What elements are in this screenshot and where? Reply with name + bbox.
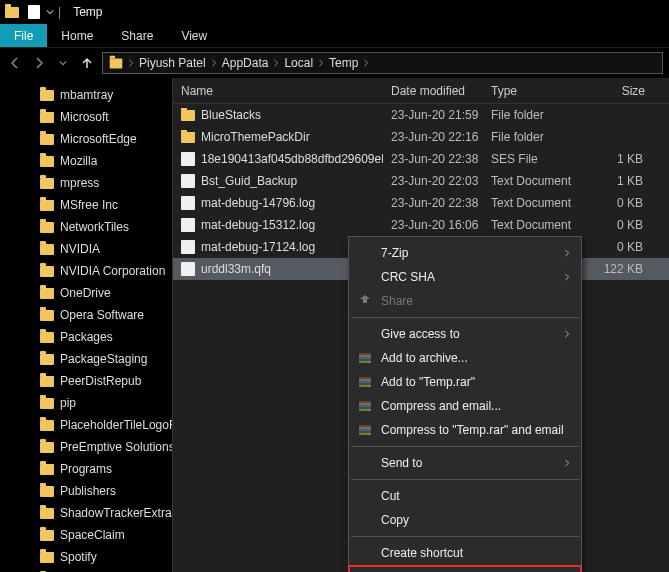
menu-item[interactable]: Compress to "Temp.rar" and email	[349, 418, 581, 442]
sidebar-item-label: NVIDIA Corporation	[60, 264, 165, 278]
menu-item-label: Send to	[381, 456, 571, 470]
breadcrumb-root-icon[interactable]	[107, 58, 125, 69]
back-button[interactable]	[6, 54, 24, 72]
forward-button[interactable]	[30, 54, 48, 72]
breadcrumb-seg[interactable]: Piyush Patel	[137, 56, 208, 70]
sidebar-item[interactable]: Mozilla	[0, 150, 172, 172]
folder-icon	[40, 508, 54, 519]
cell-size: 0 KB	[593, 240, 653, 254]
chevron-right-icon	[563, 330, 571, 338]
column-size[interactable]: Size	[593, 84, 653, 98]
table-row[interactable]: MicroThemePackDir23-Jun-20 22:16File fol…	[173, 126, 669, 148]
sidebar-item[interactable]: Programs	[0, 458, 172, 480]
titlebar: | Temp	[0, 0, 669, 24]
sidebar-item-label: mpress	[60, 176, 99, 190]
breadcrumb-seg[interactable]: AppData	[220, 56, 271, 70]
chevron-down-icon[interactable]	[46, 8, 54, 16]
menu-item[interactable]: Send to	[349, 451, 581, 475]
folder-icon	[40, 90, 54, 101]
menu-separator	[351, 317, 579, 318]
table-row[interactable]: mat-debug-14796.log23-Jun-20 22:38Text D…	[173, 192, 669, 214]
breadcrumb-seg[interactable]: Temp	[327, 56, 360, 70]
sidebar-item[interactable]: Packages	[0, 326, 172, 348]
sidebar-item[interactable]: SpaceClaim	[0, 524, 172, 546]
column-name[interactable]: Name	[173, 84, 383, 98]
sidebar-item-label: OneDrive	[60, 286, 111, 300]
svg-rect-18	[359, 431, 371, 433]
tab-view[interactable]: View	[167, 24, 221, 47]
sidebar-item[interactable]: SquirrelTemp	[0, 568, 172, 572]
cell-type: Text Document	[483, 196, 593, 210]
svg-rect-3	[359, 359, 371, 361]
folder-icon	[40, 156, 54, 167]
sidebar-item-label: ShadowTrackerExtra	[60, 506, 172, 520]
cell-size: 1 KB	[593, 174, 653, 188]
sidebar-item[interactable]: OneDrive	[0, 282, 172, 304]
menu-item[interactable]: Create shortcut	[349, 541, 581, 565]
menu-item[interactable]: Give access to	[349, 322, 581, 346]
doc-icon	[24, 2, 44, 22]
sidebar-item[interactable]: pip	[0, 392, 172, 414]
cell-name: MicroThemePackDir	[173, 130, 383, 144]
breadcrumb[interactable]: Piyush Patel AppData Local Temp	[102, 52, 663, 74]
svg-rect-16	[359, 427, 371, 429]
cell-name: BlueStacks	[173, 108, 383, 122]
sidebar-item-label: Microsoft	[60, 110, 109, 124]
column-date[interactable]: Date modified	[383, 84, 483, 98]
svg-rect-17	[359, 429, 371, 431]
menu-item[interactable]: CRC SHA	[349, 265, 581, 289]
quick-access-toolbar	[2, 2, 54, 22]
table-row[interactable]: 18e190413af045db88dfbd29609eb877.d..23-J…	[173, 148, 669, 170]
table-row[interactable]: Bst_Guid_Backup23-Jun-20 22:03Text Docum…	[173, 170, 669, 192]
menu-item[interactable]: Compress and email...	[349, 394, 581, 418]
sidebar-item[interactable]: NVIDIA Corporation	[0, 260, 172, 282]
folder-icon	[40, 398, 54, 409]
file-icon	[181, 196, 195, 210]
sidebar-item[interactable]: Opera Software	[0, 304, 172, 326]
folder-icon	[40, 200, 54, 211]
menu-item[interactable]: 7-Zip	[349, 241, 581, 265]
sidebar-item[interactable]: NetworkTiles	[0, 216, 172, 238]
history-dropdown[interactable]	[54, 54, 72, 72]
sidebar-item[interactable]: PreEmptive Solutions	[0, 436, 172, 458]
menu-item[interactable]: Delete	[349, 565, 581, 572]
sidebar-item[interactable]: Microsoft	[0, 106, 172, 128]
svg-rect-1	[359, 355, 371, 357]
table-row[interactable]: BlueStacks23-Jun-20 21:59File folder	[173, 104, 669, 126]
chevron-right-icon	[272, 59, 280, 67]
menu-item[interactable]: Add to archive...	[349, 346, 581, 370]
sidebar-item-label: SpaceClaim	[60, 528, 125, 542]
breadcrumb-seg[interactable]: Local	[282, 56, 315, 70]
sidebar-item[interactable]: mbamtray	[0, 84, 172, 106]
tab-share[interactable]: Share	[107, 24, 167, 47]
menu-item[interactable]: Copy	[349, 508, 581, 532]
tab-home[interactable]: Home	[47, 24, 107, 47]
cell-size: 122 KB	[593, 262, 653, 276]
cell-name: Bst_Guid_Backup	[173, 174, 383, 188]
cell-date: 23-Jun-20 22:38	[383, 152, 483, 166]
tab-file[interactable]: File	[0, 24, 47, 47]
sidebar-item[interactable]: Spotify	[0, 546, 172, 568]
menu-item[interactable]: Cut	[349, 484, 581, 508]
menu-item[interactable]: Add to "Temp.rar"	[349, 370, 581, 394]
sidebar-item[interactable]: MSfree Inc	[0, 194, 172, 216]
column-type[interactable]: Type	[483, 84, 593, 98]
menu-item: Share	[349, 289, 581, 313]
sidebar-item[interactable]: PeerDistRepub	[0, 370, 172, 392]
chevron-right-icon	[563, 273, 571, 281]
folder-icon	[40, 442, 54, 453]
up-button[interactable]	[78, 54, 96, 72]
sidebar-item-label: NVIDIA	[60, 242, 100, 256]
sidebar-item-label: mbamtray	[60, 88, 113, 102]
sidebar-item[interactable]: mpress	[0, 172, 172, 194]
table-row[interactable]: mat-debug-15312.log23-Jun-20 16:06Text D…	[173, 214, 669, 236]
sidebar-item[interactable]: NVIDIA	[0, 238, 172, 260]
cell-date: 23-Jun-20 22:03	[383, 174, 483, 188]
sidebar-item[interactable]: ShadowTrackerExtra	[0, 502, 172, 524]
menu-item-label: Compress to "Temp.rar" and email	[381, 423, 571, 437]
sidebar-item[interactable]: Publishers	[0, 480, 172, 502]
cell-name: 18e190413af045db88dfbd29609eb877.d..	[173, 152, 383, 166]
sidebar-item[interactable]: PlaceholderTileLogoFolder	[0, 414, 172, 436]
sidebar-item[interactable]: PackageStaging	[0, 348, 172, 370]
sidebar-item[interactable]: MicrosoftEdge	[0, 128, 172, 150]
